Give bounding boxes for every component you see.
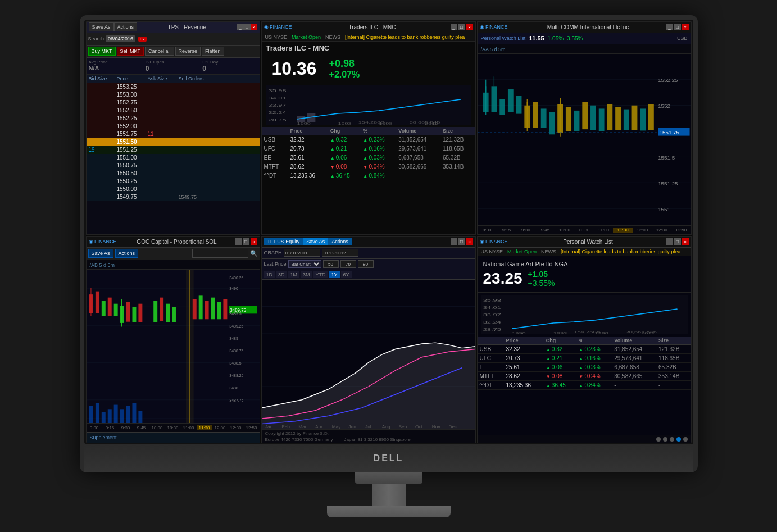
period-tab-ytd[interactable]: YTD (313, 271, 328, 278)
orderbook-columns: Bid Size Price Ask Size Sell Orders (87, 75, 260, 83)
finance-icon: ◉ FINANCE (264, 24, 292, 30)
dot-5[interactable] (683, 437, 688, 442)
price-big: 10.36 (266, 56, 322, 82)
svg-rect-77 (113, 404, 117, 424)
date-to-input[interactable] (322, 249, 358, 257)
goc-actions-btn[interactable]: Actions (115, 249, 139, 258)
dot-3[interactable] (670, 437, 674, 442)
monitor-wrapper: Save As Actions TPS - Revenue _ □ × Sear… (80, 15, 698, 517)
maximize-btn[interactable]: □ (674, 24, 681, 30)
pl-open-value: 0 (146, 65, 200, 72)
num1-input[interactable] (323, 260, 339, 268)
num2-input[interactable] (340, 260, 356, 268)
minimize-btn[interactable]: _ (451, 24, 457, 30)
svg-rect-58 (87, 270, 260, 443)
notif-badge: 07 (138, 37, 147, 42)
svg-rect-94 (198, 295, 202, 319)
close-btn[interactable]: × (682, 238, 689, 245)
maximize-btn[interactable]: □ (674, 238, 681, 245)
mini-chart-svg: 35.98 34.01 33.97 32.24 28.75 154,260B (266, 85, 471, 125)
watchlist-title: Personal Watch List (510, 239, 666, 245)
maximize-btn[interactable]: □ (458, 24, 465, 30)
time-label: 12:30 (652, 228, 671, 233)
goc-search-input[interactable] (192, 249, 248, 258)
price-cell: 20.73 (288, 144, 328, 153)
date-toolbar: Search 06/04/2016 07 (87, 33, 260, 46)
reverse-btn[interactable]: Reverse (175, 47, 201, 56)
time-label: 9:45 (134, 425, 149, 430)
wl-stock-table-area: Price Chg % Volume Size USB (478, 337, 691, 435)
avg-price-value: N/A (89, 65, 143, 71)
period-tabs-row: 1D 3D 1M 3M YTD 1Y 6Y (262, 270, 475, 280)
goc-toolbar: Save As Actions 🔍 (87, 248, 260, 260)
supplement-link[interactable]: Supplement (90, 435, 117, 440)
svg-text:Feb: Feb (281, 424, 289, 429)
period-tab-1m[interactable]: 1M (288, 271, 300, 278)
price-cell: 25.61 (504, 362, 544, 371)
size-cell: 118.65B (440, 144, 475, 153)
dot-4[interactable] (676, 437, 681, 442)
dot-2[interactable] (663, 437, 667, 442)
buy-mkt-btn[interactable]: Buy MKT (88, 47, 116, 56)
size-cell: - (656, 380, 690, 389)
period-tab-1y[interactable]: 1Y (329, 271, 340, 278)
chart-type-select[interactable]: Bar Chart (288, 260, 321, 268)
size-cell: 353.14B (656, 371, 690, 380)
dot-1[interactable] (656, 437, 661, 442)
actions-label[interactable]: Actions (114, 22, 138, 31)
tlt-footer: Copyright 2012 by Finance S.D. Europe 44… (262, 429, 475, 443)
minimize-btn[interactable]: _ (451, 238, 457, 245)
close-btn[interactable]: × (682, 24, 689, 30)
minimize-btn[interactable]: _ (666, 238, 673, 245)
actions-btn[interactable]: Actions (328, 238, 352, 245)
finance-icon-4: ◉ FINANCE (480, 239, 508, 244)
action-buttons: Buy MKT Sell MKT Cancel all Reverse Flat… (87, 46, 260, 58)
goc-label: /AB 5 d 5m (90, 262, 115, 268)
wl-col-symbol (478, 337, 504, 345)
sell-mkt-btn[interactable]: Sell MKT (117, 47, 144, 56)
close-btn[interactable]: × (251, 238, 257, 245)
save-as-btn[interactable]: Save As (303, 238, 328, 245)
table-row: 1551.00 (87, 154, 260, 162)
period-tab-3d[interactable]: 3D (276, 271, 287, 278)
monitor-stand-neck (372, 484, 406, 506)
symbol-cell: EE (478, 362, 504, 371)
num3-input[interactable] (358, 260, 374, 268)
svg-text:Nov: Nov (431, 424, 440, 429)
svg-rect-82 (120, 306, 124, 323)
table-row: 1553.25 (87, 83, 260, 91)
table-row: 1552.50 (87, 107, 260, 115)
svg-text:35.98: 35.98 (268, 88, 286, 92)
tlt-symbol-tab[interactable]: TLT US Equity (264, 238, 303, 245)
save-as-label[interactable]: Save As (89, 22, 114, 31)
date-from-input[interactable] (284, 249, 320, 257)
multicomm-title: Multi-COMM International Llc Inc (510, 24, 666, 30)
maximize-btn[interactable]: □ (243, 238, 249, 245)
minimize-btn[interactable]: _ (666, 24, 673, 30)
svg-text:1998: 1998 (379, 121, 392, 124)
close-btn[interactable]: × (466, 24, 473, 30)
period-tab-1d[interactable]: 1D (264, 271, 275, 278)
goc-save-btn[interactable]: Save As (88, 249, 113, 258)
close-btn[interactable]: × (251, 24, 257, 30)
mini-chart-traders: 35.98 34.01 33.97 32.24 28.75 154,260B (266, 85, 471, 125)
close-btn[interactable]: × (466, 238, 473, 245)
change-cell: 0.21 (328, 144, 361, 153)
maximize-btn[interactable]: □ (244, 24, 251, 30)
svg-text:3488.75: 3488.75 (229, 348, 243, 353)
wl-price-area: National Game Art Pte ltd NGA 23.25 +1.0… (478, 256, 691, 293)
time-label: 9:00 (87, 425, 102, 430)
table-row: UFC 20.73 0.21 0.16% 29,573,641 118.65B (262, 144, 475, 153)
office-info: Europe 4420 7330 7500 Germany Japan 81 3… (265, 437, 472, 442)
svg-rect-95 (205, 301, 208, 319)
table-row: EE 25.61 0.06 0.03% 6,687,658 65.32B (262, 153, 475, 162)
cancel-all-btn[interactable]: Cancel all (145, 47, 174, 56)
table-row: 1550.00 (87, 185, 260, 193)
time-label: 9:30 (118, 425, 134, 430)
minimize-btn[interactable]: _ (235, 238, 242, 245)
period-tab-3m[interactable]: 3M (301, 271, 312, 278)
maximize-btn[interactable]: □ (458, 238, 465, 245)
minimize-btn[interactable]: _ (237, 24, 244, 30)
period-tab-6y[interactable]: 6Y (341, 271, 352, 278)
flatten-btn[interactable]: Flatten (202, 47, 224, 56)
